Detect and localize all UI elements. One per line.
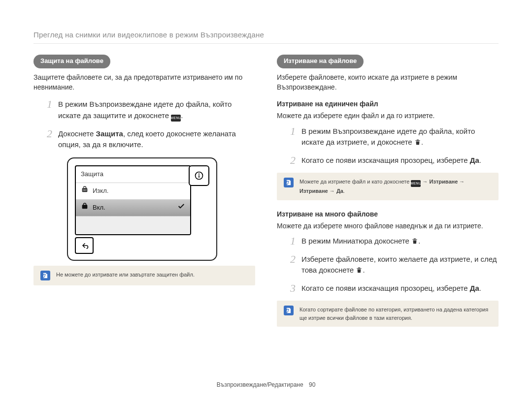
step-text: В режим Миниатюра докоснете . [301, 236, 499, 247]
option-on-label: Вкл. [93, 203, 105, 213]
note-icon [40, 271, 50, 280]
step-number: 1 [43, 99, 52, 122]
tip-delete-alt: Можете да изтриете файл и като докоснете… [277, 173, 499, 200]
step-text: В режим Възпроизвеждане идете до файла, … [301, 126, 499, 148]
svg-text:OFF: OFF [83, 189, 87, 192]
page-footer: Възпроизвеждане/Редактиране 90 [0, 381, 532, 389]
step-number: 2 [287, 155, 296, 166]
trash-icon [414, 139, 421, 146]
device-screen-title: Защита [81, 170, 103, 179]
trash-icon [356, 267, 363, 274]
footer-section: Възпроизвеждане/Редактиране [217, 381, 303, 388]
step-number: 2 [287, 254, 296, 276]
step-text: Когато се появи изскачащия прозорец, изб… [301, 283, 499, 294]
menu-icon: MENU [411, 180, 421, 187]
check-icon [177, 202, 185, 213]
note-icon [284, 178, 294, 187]
delete-single-intro: Можете да изберете един файл и да го изт… [277, 111, 499, 121]
device-screen: Защита OFF Изкл. [75, 165, 191, 235]
note-icon [284, 306, 294, 315]
lock-off-icon: OFF [81, 185, 89, 196]
protect-lead: Защитете файловете си, за да предотврати… [33, 72, 255, 93]
device-blank [76, 216, 190, 235]
tip-delete-category: Когато сортирате файлове по категория, и… [277, 301, 499, 327]
step-text: В режим Възпроизвеждане идете до файла, … [58, 99, 255, 122]
footer-page: 90 [309, 381, 315, 388]
menu-icon: MENU [171, 115, 181, 122]
delete-lead: Изберете файловете, които искате да изтр… [277, 72, 499, 93]
breadcrumb: Преглед на снимки или видеоклипове в реж… [33, 30, 499, 40]
device-option-off[interactable]: OFF Изкл. [76, 183, 190, 200]
step-text: Докоснете Защита, след което докоснете ж… [58, 128, 255, 151]
option-off-label: Изкл. [93, 186, 108, 196]
tip-text: Можете да изтриете файл и като докоснете… [299, 178, 492, 195]
trash-icon [411, 238, 418, 245]
step-text: Изберете файловете, които желаете да изт… [301, 254, 499, 276]
subheading-delete-multi: Изтриване на много файлове [277, 209, 499, 219]
step-number: 3 [287, 283, 296, 294]
tip-text: Не можете до изтривате или завъртате защ… [56, 271, 248, 279]
section-pill-protect: Защита на файлове [33, 55, 110, 68]
info-button[interactable] [189, 165, 209, 186]
back-button[interactable] [75, 237, 94, 254]
step-number: 1 [287, 126, 296, 148]
device-screen-title-row: Защита [76, 166, 190, 183]
tip-protect: Не можете до изтривате или завъртате защ… [33, 266, 255, 285]
section-pill-delete: Изтриване на файлове [277, 55, 364, 68]
breadcrumb-rule [33, 43, 499, 44]
svg-rect-3 [199, 175, 200, 178]
lock-on-icon [81, 202, 89, 213]
subheading-delete-single: Изтриване на единичен файл [277, 99, 499, 109]
tip-text: Когато сортирате файлове по категория, и… [299, 306, 492, 322]
step-text: Когато се появи изскачащия прозорец, изб… [301, 155, 499, 166]
device-option-on[interactable]: Вкл. [76, 200, 190, 216]
step-number: 1 [287, 236, 296, 247]
svg-point-2 [199, 173, 200, 174]
step-number: 2 [43, 128, 52, 151]
delete-multi-intro: Можете да изберете много файлове наведнъ… [277, 221, 499, 231]
device-mock: Защита OFF Изкл. [67, 157, 217, 261]
